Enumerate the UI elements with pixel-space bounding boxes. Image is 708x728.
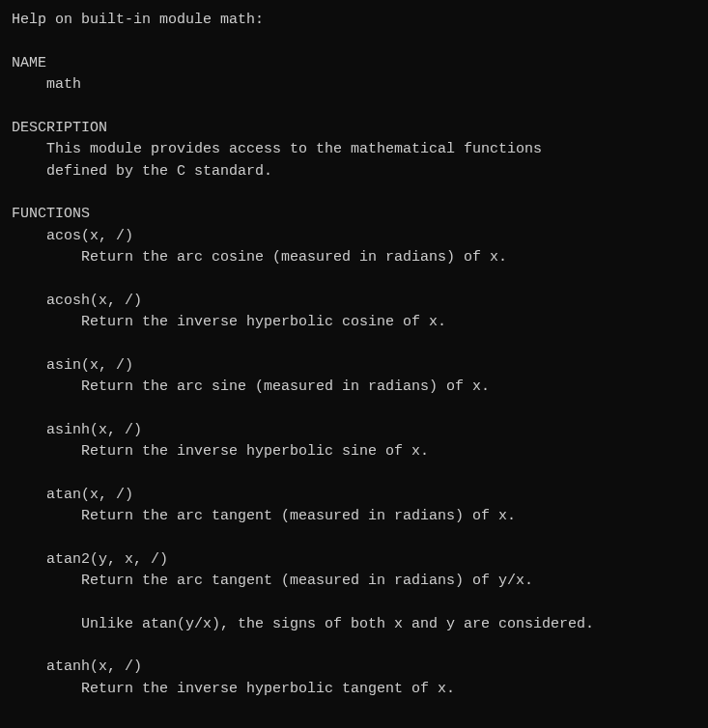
name-section-value: math: [12, 74, 696, 97]
help-header: Help on built-in module math:: [12, 10, 696, 32]
function-entry: asin(x, /) Return the arc sine (measured…: [12, 355, 696, 399]
function-signature: asinh(x, /): [12, 420, 696, 442]
function-signature: acosh(x, /): [12, 291, 696, 313]
function-entry: atan2(y, x, /) Return the arc tangent (m…: [12, 549, 696, 636]
description-line: defined by the C standard.: [12, 161, 696, 183]
function-description: Return the inverse hyperbolic tangent of…: [12, 679, 696, 701]
function-description: Return the inverse hyperbolic cosine of …: [12, 312, 696, 334]
function-description: Return the arc cosine (measured in radia…: [12, 247, 696, 269]
description-section: DESCRIPTION This module provides access …: [12, 118, 696, 183]
function-description: Return the arc sine (measured in radians…: [12, 377, 696, 399]
function-entry: atan(x, /) Return the arc tangent (measu…: [12, 485, 696, 528]
function-signature: atanh(x, /): [12, 657, 696, 679]
function-entry: acos(x, /) Return the arc cosine (measur…: [12, 226, 696, 269]
name-section-title: NAME: [12, 53, 696, 75]
function-description: Return the inverse hyperbolic sine of x.: [12, 441, 696, 463]
function-entry: asinh(x, /) Return the inverse hyperboli…: [12, 420, 696, 463]
functions-section-title: FUNCTIONS: [12, 204, 696, 226]
function-signature: atan(x, /): [12, 485, 696, 507]
function-entry: atanh(x, /) Return the inverse hyperboli…: [12, 657, 696, 700]
functions-section: FUNCTIONS acos(x, /) Return the arc cosi…: [12, 204, 696, 700]
function-signature: atan2(y, x, /): [12, 549, 696, 572]
function-description: Return the arc tangent (measured in radi…: [12, 571, 696, 593]
function-entry: acosh(x, /) Return the inverse hyperboli…: [12, 291, 696, 334]
description-section-title: DESCRIPTION: [12, 118, 696, 140]
function-note: Unlike atan(y/x), the signs of both x an…: [12, 614, 696, 636]
function-signature: acos(x, /): [12, 226, 696, 248]
description-line: This module provides access to the mathe…: [12, 139, 696, 161]
function-signature: asin(x, /): [12, 355, 696, 378]
function-description: Return the arc tangent (measured in radi…: [12, 506, 696, 528]
name-section: NAME math: [12, 53, 696, 97]
